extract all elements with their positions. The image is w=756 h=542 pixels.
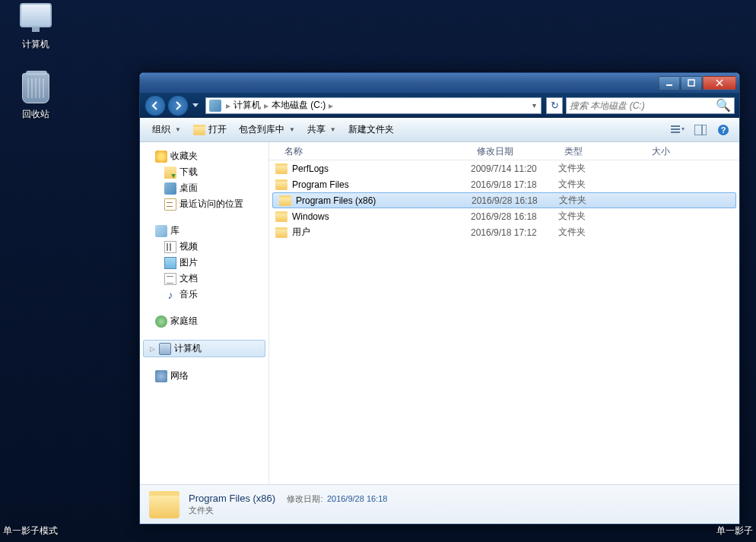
folder-icon: [275, 227, 287, 238]
desktop-recycle-icon[interactable]: 回收站: [9, 73, 62, 121]
cell-type: 文件夹: [558, 226, 646, 239]
recycle-bin-icon: [22, 73, 49, 103]
svg-rect-1: [688, 80, 694, 86]
network-icon: [155, 370, 167, 382]
desktop-label: 桌面: [179, 182, 198, 195]
search-input[interactable]: [570, 100, 716, 111]
back-button[interactable]: [145, 95, 166, 116]
documents-label: 文档: [179, 272, 198, 285]
chevron-down-icon: ▼: [175, 126, 181, 133]
organize-button[interactable]: 组织 ▼: [146, 120, 187, 139]
bc-dropdown[interactable]: ▾: [527, 101, 541, 109]
video-icon: [164, 241, 176, 253]
sidebar-favorites[interactable]: 收藏夹: [140, 148, 268, 164]
cell-name: Program Files: [269, 179, 471, 190]
search-box[interactable]: 🔍: [566, 97, 735, 114]
cell-name: 用户: [269, 226, 471, 239]
list-row[interactable]: Program Files (x86)2016/9/28 16:18文件夹: [272, 192, 736, 208]
sidebar-homegroup[interactable]: 家庭组: [140, 313, 268, 329]
file-name: Program Files: [292, 179, 349, 190]
computer-icon: [159, 343, 171, 355]
sidebar-music[interactable]: ♪ 音乐: [140, 287, 268, 303]
file-name: 用户: [292, 226, 310, 239]
list-row[interactable]: 用户2016/9/18 17:12文件夹: [269, 224, 739, 240]
newfolder-label: 新建文件夹: [348, 123, 394, 136]
sidebar-desktop[interactable]: 桌面: [140, 180, 268, 196]
cell-type: 文件夹: [558, 178, 646, 191]
cell-type: 文件夹: [558, 162, 646, 175]
sidebar-pictures[interactable]: 图片: [140, 255, 268, 271]
toolbar: 组织 ▼ 打开 包含到库中 ▼ 共享 ▼ 新建文件夹 ?: [140, 118, 739, 142]
details-pane: Program Files (x86) 修改日期: 2016/9/28 16:1…: [140, 484, 739, 524]
search-icon[interactable]: 🔍: [716, 98, 731, 113]
include-button[interactable]: 包含到库中 ▼: [233, 120, 301, 139]
minimize-button[interactable]: [659, 76, 680, 90]
picture-icon: [164, 257, 176, 269]
libraries-label: 库: [170, 224, 179, 237]
body-area: 收藏夹 下载 桌面 最近访问的位置: [140, 142, 739, 484]
maximize-button[interactable]: [681, 76, 702, 90]
music-icon: ♪: [164, 289, 176, 301]
bc-sep-icon: ▸: [264, 100, 268, 111]
sidebar-homegroup-group: 家庭组: [140, 313, 268, 329]
open-button[interactable]: 打开: [187, 120, 233, 139]
list-row[interactable]: Windows2016/9/28 16:18文件夹: [269, 208, 739, 224]
music-label: 音乐: [179, 288, 198, 301]
folder-icon: [193, 125, 205, 135]
sidebar-computer[interactable]: ▷ 计算机: [143, 340, 265, 357]
sidebar-videos[interactable]: 视频: [140, 239, 268, 255]
sidebar-recent[interactable]: 最近访问的位置: [140, 196, 268, 212]
close-button[interactable]: [703, 76, 736, 90]
bottom-left-text: 单一影子模式: [3, 525, 58, 537]
drive-icon: [209, 100, 221, 112]
sidebar-network[interactable]: 网络: [140, 368, 268, 384]
titlebar: [140, 73, 739, 94]
cell-type: 文件夹: [558, 210, 646, 223]
list-row[interactable]: PerfLogs2009/7/14 11:20文件夹: [269, 160, 739, 176]
svg-rect-6: [671, 132, 680, 133]
sidebar-libraries[interactable]: 库: [140, 223, 268, 239]
nav-history-dropdown[interactable]: [190, 97, 201, 114]
cell-date: 2016/9/18 17:18: [471, 179, 558, 190]
homegroup-label: 家庭组: [170, 315, 198, 328]
homegroup-icon: [155, 315, 167, 328]
nav-arrows: [145, 95, 201, 116]
folder-icon: [275, 211, 287, 222]
forward-button[interactable]: [167, 95, 189, 116]
desktop-icon: [164, 182, 176, 195]
list-row[interactable]: Program Files2016/9/18 17:18文件夹: [269, 176, 739, 192]
col-size[interactable]: 大小: [646, 142, 707, 160]
bc-sep-icon: ▸: [226, 100, 230, 111]
file-name: PerfLogs: [292, 163, 329, 174]
computer-icon: [20, 3, 52, 27]
bc-drive[interactable]: 本地磁盘 (C:): [270, 99, 327, 112]
cell-date: 2016/9/28 16:18: [472, 195, 559, 206]
pictures-label: 图片: [179, 256, 198, 269]
col-name[interactable]: 名称: [269, 142, 471, 160]
svg-rect-7: [694, 125, 707, 135]
toolbar-right: ?: [668, 122, 733, 138]
newfolder-button[interactable]: 新建文件夹: [342, 120, 400, 139]
view-button[interactable]: [668, 122, 688, 138]
list-header: 名称 修改日期 类型 大小: [269, 142, 739, 160]
sidebar-documents[interactable]: 文档: [140, 271, 268, 287]
help-button[interactable]: ?: [713, 122, 733, 138]
refresh-button[interactable]: ↻: [546, 97, 563, 114]
sidebar-downloads[interactable]: 下载: [140, 164, 268, 180]
recent-label: 最近访问的位置: [179, 198, 243, 211]
document-icon: [164, 273, 176, 285]
breadcrumb[interactable]: ▸ 计算机 ▸ 本地磁盘 (C:) ▸ ▾: [205, 97, 542, 114]
computer-label: 计算机: [174, 342, 202, 355]
col-type[interactable]: 类型: [558, 142, 646, 160]
sidebar: 收藏夹 下载 桌面 最近访问的位置: [140, 142, 269, 484]
col-date[interactable]: 修改日期: [471, 142, 558, 160]
sidebar-libraries-group: 库 视频 图片 文档 ♪ 音乐: [140, 223, 268, 303]
desktop-computer-icon[interactable]: 计算机: [9, 3, 62, 51]
preview-pane-button[interactable]: [691, 122, 710, 138]
details-modlabel: 修改日期:: [287, 494, 322, 503]
share-button[interactable]: 共享 ▼: [301, 120, 342, 139]
bc-computer[interactable]: 计算机: [232, 99, 262, 112]
open-label: 打开: [208, 123, 227, 136]
folder-icon: [275, 163, 287, 174]
folder-icon: [275, 179, 287, 190]
